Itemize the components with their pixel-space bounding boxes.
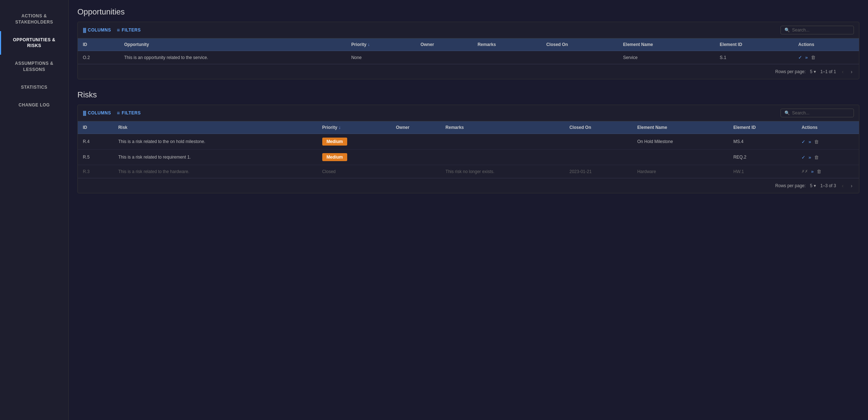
col-risk: Risk: [113, 121, 317, 134]
risks-search-input[interactable]: [792, 110, 850, 116]
cell-owner: [391, 134, 441, 150]
col-priority[interactable]: Priority ↓: [346, 38, 416, 51]
opportunities-toolbar: ||| COLUMNS ≡ FILTERS 🔍: [78, 22, 859, 38]
cell-remarks: [472, 51, 541, 64]
col-id: ID: [78, 38, 119, 51]
crossed-check-icon[interactable]: ✗✗: [801, 169, 808, 174]
risks-pagination: Rows per page: 5 ▾ 1–3 of 3 ‹ ›: [78, 178, 859, 193]
cell-closed-on: 2023-01-21: [564, 165, 632, 178]
rows-per-page-label: Rows per page:: [775, 69, 806, 74]
opportunities-table-container: ||| COLUMNS ≡ FILTERS 🔍 ID Opportunity P…: [77, 22, 859, 79]
sidebar-item-actions-stakeholders[interactable]: ACTIONS &STAKEHOLDERS: [0, 7, 68, 31]
next-page-button[interactable]: ›: [849, 68, 854, 75]
cell-actions: ✓ » 🗑: [796, 150, 859, 165]
col-closed-on: Closed On: [564, 121, 632, 134]
delete-icon[interactable]: 🗑: [814, 139, 819, 144]
check-icon[interactable]: ✓: [801, 155, 805, 160]
cell-element-name: [632, 150, 728, 165]
cell-remarks: This risk no longer exists.: [441, 165, 565, 178]
risks-table: ID Risk Priority ↓ Owner Remarks Closed …: [78, 121, 859, 178]
sidebar-item-opportunities-risks[interactable]: OPPORTUNITIES &RISKS: [0, 31, 68, 55]
col-remarks: Remarks: [472, 38, 541, 51]
prev-page-button[interactable]: ‹: [841, 68, 845, 75]
cell-owner: [391, 165, 441, 178]
navigate-icon[interactable]: »: [808, 155, 811, 160]
filters-icon: ≡: [117, 110, 120, 116]
cell-element-id: HW.1: [728, 165, 797, 178]
columns-icon: |||: [83, 27, 86, 33]
rows-per-page-select[interactable]: 5 ▾: [810, 69, 816, 74]
cell-id: O.2: [78, 51, 119, 64]
delete-icon[interactable]: 🗑: [814, 155, 819, 160]
sidebar-item-statistics[interactable]: STATISTICS: [0, 79, 68, 96]
search-icon: 🔍: [784, 28, 790, 33]
risks-table-container: ||| COLUMNS ≡ FILTERS 🔍 ID Risk Priority: [77, 105, 859, 193]
prev-page-button[interactable]: ‹: [841, 182, 845, 189]
table-row: R.4 This is a risk related to the on hol…: [78, 134, 859, 150]
col-actions: Actions: [796, 121, 859, 134]
sidebar-item-change-log[interactable]: CHANGE LOG: [0, 96, 68, 114]
col-actions: Actions: [793, 38, 859, 51]
search-icon: 🔍: [784, 110, 790, 116]
page-info: 1–3 of 3: [820, 183, 836, 188]
navigate-icon[interactable]: »: [805, 55, 808, 60]
col-remarks: Remarks: [441, 121, 565, 134]
delete-icon[interactable]: 🗑: [811, 55, 816, 60]
cell-priority: Medium: [317, 134, 391, 150]
cell-risk: This is a risk related to the on hold mi…: [113, 134, 317, 150]
opportunities-table-header-row: ID Opportunity Priority ↓ Owner Remarks …: [78, 38, 859, 51]
col-id: ID: [78, 121, 113, 134]
risks-toolbar: ||| COLUMNS ≡ FILTERS 🔍: [78, 105, 859, 121]
rows-per-page-select[interactable]: 5 ▾: [810, 183, 816, 188]
cell-element-name: On Hold Milestone: [632, 134, 728, 150]
check-icon[interactable]: ✓: [798, 55, 802, 60]
delete-icon[interactable]: 🗑: [817, 169, 821, 174]
col-priority[interactable]: Priority ↓: [317, 121, 391, 134]
navigate-icon[interactable]: »: [811, 169, 813, 174]
opportunities-filters-button[interactable]: ≡ FILTERS: [117, 27, 141, 33]
sidebar: ACTIONS &STAKEHOLDERS OPPORTUNITIES &RIS…: [0, 0, 69, 420]
columns-icon: |||: [83, 110, 86, 116]
chevron-down-icon: ▾: [814, 69, 816, 74]
risks-title: Risks: [77, 90, 859, 100]
cell-id: R.4: [78, 134, 113, 150]
opportunities-columns-button[interactable]: ||| COLUMNS: [83, 27, 111, 33]
sidebar-item-assumptions-lessons[interactable]: ASSUMPTIONS &LESSONS: [0, 55, 68, 79]
cell-owner: [416, 51, 473, 64]
cell-closed-on: [564, 134, 632, 150]
sort-icon: ↓: [339, 125, 341, 130]
cell-closed-on: [541, 51, 618, 64]
risks-filters-button[interactable]: ≡ FILTERS: [117, 110, 141, 116]
col-element-name: Element Name: [618, 38, 715, 51]
chevron-down-icon: ▾: [814, 183, 816, 188]
risks-columns-button[interactable]: ||| COLUMNS: [83, 110, 111, 116]
check-icon[interactable]: ✓: [801, 139, 805, 144]
table-row: O.2 This is an opportunity related to th…: [78, 51, 859, 64]
risks-table-header-row: ID Risk Priority ↓ Owner Remarks Closed …: [78, 121, 859, 134]
col-element-name: Element Name: [632, 121, 728, 134]
cell-owner: [391, 150, 441, 165]
cell-actions: ✗✗ » 🗑: [796, 165, 859, 178]
cell-remarks: [441, 134, 565, 150]
opportunities-pagination: Rows per page: 5 ▾ 1–1 of 1 ‹ ›: [78, 64, 859, 79]
cell-closed-on: [564, 150, 632, 165]
page-info: 1–1 of 1: [820, 69, 836, 74]
navigate-icon[interactable]: »: [808, 139, 811, 144]
rows-per-page-label: Rows per page:: [775, 183, 806, 188]
cell-element-name: Service: [618, 51, 715, 64]
col-owner: Owner: [416, 38, 473, 51]
risks-search-box[interactable]: 🔍: [780, 109, 854, 117]
col-element-id: Element ID: [728, 121, 797, 134]
opportunities-search-input[interactable]: [792, 28, 850, 33]
cell-remarks: [441, 150, 565, 165]
cell-element-id: S.1: [715, 51, 793, 64]
cell-id: R.5: [78, 150, 113, 165]
opportunities-search-box[interactable]: 🔍: [780, 26, 854, 34]
cell-element-id: MS.4: [728, 134, 797, 150]
table-row: R.3 This is a risk related to the hardwa…: [78, 165, 859, 178]
next-page-button[interactable]: ›: [849, 182, 854, 189]
cell-priority: Closed: [317, 165, 391, 178]
cell-priority: None: [346, 51, 416, 64]
cell-actions: ✓ » 🗑: [796, 134, 859, 150]
col-closed-on: Closed On: [541, 38, 618, 51]
